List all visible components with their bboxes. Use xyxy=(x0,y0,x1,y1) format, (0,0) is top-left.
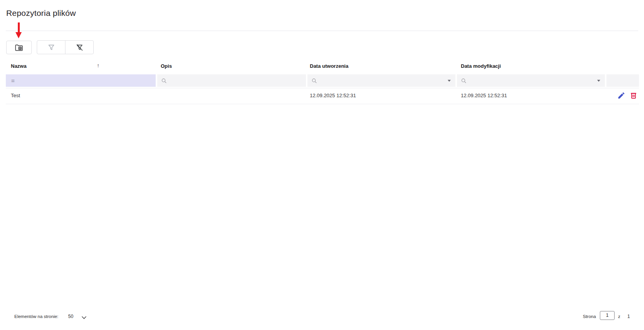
divider xyxy=(6,104,639,104)
filter-button-group xyxy=(37,40,94,54)
dropdown-caret-icon[interactable] xyxy=(597,80,600,82)
items-per-page-value[interactable]: 50 xyxy=(68,314,73,319)
filter-input-data-utworzenia[interactable] xyxy=(307,74,455,87)
items-per-page-label: Elementów na stronie: xyxy=(14,314,58,319)
filter-button[interactable] xyxy=(37,41,65,54)
column-header-data-utworzenia[interactable]: Data utworzenia xyxy=(310,63,349,69)
search-icon xyxy=(311,78,317,84)
trash-icon xyxy=(629,91,638,100)
edit-row-button[interactable] xyxy=(617,91,626,100)
pencil-icon xyxy=(617,91,625,100)
search-icon xyxy=(161,78,167,84)
column-header-nazwa[interactable]: Nazwa xyxy=(11,63,26,69)
column-header-data-modyfikacji[interactable]: Data modyfikacji xyxy=(461,63,501,69)
add-repository-button[interactable] xyxy=(6,41,32,54)
filter-input-nazwa[interactable]: = xyxy=(6,74,156,87)
folder-plus-icon xyxy=(14,43,24,52)
page-title: Repozytoria plików xyxy=(6,9,76,18)
filter-icon xyxy=(47,43,55,52)
page-number-input[interactable]: 1 xyxy=(600,311,615,320)
annotation-arrow-icon xyxy=(15,22,22,38)
column-header-opis[interactable]: Opis xyxy=(161,63,172,69)
annotation-arrow-shaft xyxy=(18,22,20,33)
cell-nazwa: Test xyxy=(11,93,20,98)
search-icon xyxy=(461,78,467,84)
page-label: Strona xyxy=(583,314,596,319)
total-pages: 1 xyxy=(627,314,630,319)
file-repositories-page: Repozytoria plików xyxy=(0,0,644,330)
filter-input-opis[interactable] xyxy=(157,74,306,87)
filter-cell-actions-empty xyxy=(606,74,639,87)
equals-operator-icon: = xyxy=(11,77,15,84)
page-of-label: z xyxy=(618,314,620,319)
cell-data-modyfikacji: 12.09.2025 12:52:31 xyxy=(461,93,507,98)
cell-data-utworzenia: 12.09.2025 12:52:31 xyxy=(310,93,356,98)
dropdown-caret-icon[interactable] xyxy=(448,80,451,82)
divider xyxy=(6,88,639,88)
filter-input-data-modyfikacji[interactable] xyxy=(457,74,605,87)
annotation-arrow-head xyxy=(15,32,22,38)
delete-row-button[interactable] xyxy=(629,91,638,100)
clear-filter-button[interactable] xyxy=(65,41,93,54)
divider xyxy=(6,31,638,31)
chevron-down-icon[interactable] xyxy=(80,315,88,320)
sort-ascending-icon[interactable]: ↑ xyxy=(97,62,100,69)
filter-off-icon xyxy=(76,43,84,52)
